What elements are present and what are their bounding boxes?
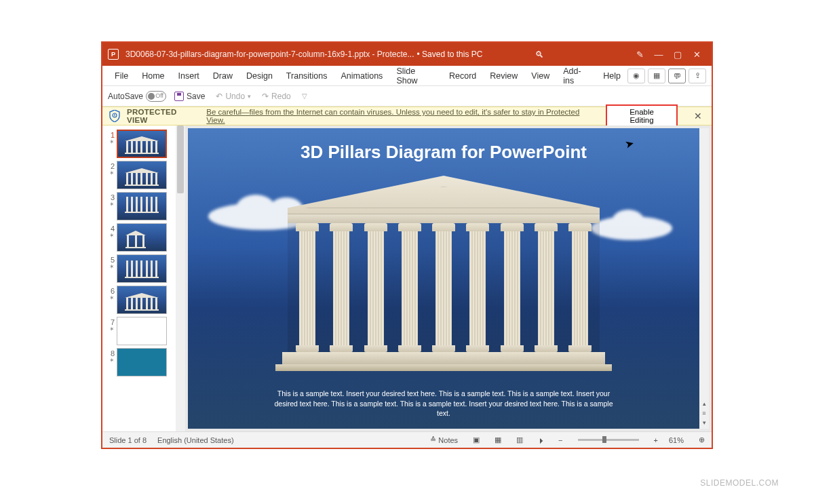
- share-icon[interactable]: ⇪: [689, 69, 706, 83]
- slide-title: 3D Pillars Diagram for PowerPoint: [188, 142, 699, 163]
- sample-text: This is a sample text. Insert your desir…: [269, 389, 618, 418]
- minimize-icon[interactable]: —: [649, 45, 668, 64]
- slide-editor: 3D Pillars Diagram for PowerPoint: [185, 125, 712, 431]
- undo-icon: ↶: [216, 92, 222, 101]
- thumbnail-3[interactable]: 3✶: [102, 191, 176, 222]
- redo-icon: ↷: [262, 92, 269, 101]
- watermark: SLIDEMODEL.COM: [700, 478, 779, 488]
- tab-file[interactable]: File: [108, 66, 135, 85]
- protected-view-message[interactable]: Be careful—files from the Internet can c…: [206, 108, 599, 124]
- cloud-graphic: [591, 216, 672, 240]
- svg-point-2: [114, 116, 115, 117]
- save-icon: [174, 92, 184, 101]
- workspace: 1✶ 2✶ 3✶ 4✶ 5✶ 6✶ 7✶ 8✶ 3D Pillars Diagr…: [102, 125, 712, 431]
- maximize-icon[interactable]: ▢: [668, 45, 687, 64]
- normal-view-icon[interactable]: ▣: [471, 435, 482, 444]
- pen-icon[interactable]: ✎: [630, 45, 649, 64]
- thumbnail-7[interactable]: 7✶: [102, 315, 176, 347]
- redo-button[interactable]: ↷ Redo: [259, 92, 294, 101]
- prev-slide-icon[interactable]: ▴: [699, 400, 709, 407]
- shield-icon: [109, 110, 120, 122]
- tab-slideshow[interactable]: Slide Show: [389, 66, 442, 85]
- fit-window-icon[interactable]: ⊕: [699, 435, 705, 444]
- quick-access-toolbar: AutoSave Off Save ↶ Undo ▾ ↷ Redo ▽: [102, 86, 712, 106]
- reading-view-icon[interactable]: ▥: [514, 435, 525, 444]
- tab-review[interactable]: Review: [483, 66, 524, 85]
- tab-animations[interactable]: Animations: [334, 66, 390, 85]
- thumbnail-8[interactable]: 8✶: [102, 347, 176, 378]
- tab-draw[interactable]: Draw: [206, 66, 239, 85]
- save-button[interactable]: Save: [172, 92, 208, 101]
- file-name: 3D0068-07-3d-pillars-diagram-for-powerpo…: [125, 50, 414, 59]
- close-icon[interactable]: ✕: [687, 45, 706, 64]
- zoom-slider[interactable]: [578, 439, 639, 441]
- thumbnail-2[interactable]: 2✶: [102, 159, 176, 191]
- save-status: • Saved to this PC: [417, 50, 483, 59]
- nav-icon[interactable]: ≡: [699, 410, 709, 416]
- thumbnail-1[interactable]: 1✶: [102, 128, 176, 159]
- tab-view[interactable]: View: [524, 66, 556, 85]
- close-bar-icon[interactable]: ✕: [691, 111, 705, 121]
- notes-icon: ≙: [430, 435, 436, 444]
- comments-icon[interactable]: 💬︎: [668, 69, 686, 83]
- teams-icon[interactable]: ▦: [648, 69, 665, 83]
- notes-button[interactable]: ≙Notes: [428, 435, 460, 444]
- language-status[interactable]: English (United States): [157, 436, 234, 444]
- tab-home[interactable]: Home: [135, 66, 171, 85]
- tab-help[interactable]: Help: [596, 66, 627, 85]
- thumbnail-scrollbar[interactable]: [176, 125, 185, 431]
- protected-view-label: PROTECTED VIEW: [127, 108, 199, 124]
- tab-addins[interactable]: Add-ins: [556, 66, 596, 85]
- slideshow-view-icon[interactable]: ⏵: [536, 436, 547, 444]
- undo-button[interactable]: ↶ Undo ▾: [213, 92, 254, 101]
- thumbnail-panel: 1✶ 2✶ 3✶ 4✶ 5✶ 6✶ 7✶ 8✶: [102, 125, 176, 431]
- thumbnail-6[interactable]: 6✶: [102, 284, 176, 315]
- autosave-label: AutoSave: [108, 92, 143, 101]
- slide-counter[interactable]: Slide 1 of 8: [109, 436, 147, 444]
- thumbnail-4[interactable]: 4✶: [102, 222, 176, 253]
- tab-design[interactable]: Design: [239, 66, 279, 85]
- chevron-down-icon: ▾: [248, 93, 251, 100]
- next-slide-icon[interactable]: ▾: [699, 419, 709, 426]
- autosave-toggle[interactable]: AutoSave Off: [108, 91, 166, 102]
- title-bar: P 3D0068-07-3d-pillars-diagram-for-power…: [102, 43, 712, 66]
- enable-editing-button[interactable]: Enable Editing: [606, 104, 678, 128]
- powerpoint-icon: P: [108, 49, 119, 60]
- search-icon[interactable]: 🔍︎: [530, 45, 549, 64]
- camera-icon[interactable]: ◉: [627, 69, 645, 83]
- slide-scrollbar[interactable]: ▴ ≡ ▾: [699, 128, 709, 429]
- status-bar: Slide 1 of 8 English (United States) ≙No…: [102, 431, 712, 448]
- zoom-level[interactable]: 61%: [669, 436, 684, 444]
- zoom-out-icon[interactable]: −: [558, 436, 562, 444]
- sorter-view-icon[interactable]: ▦: [492, 435, 503, 444]
- ribbon-tabs: File Home Insert Draw Design Transitions…: [102, 66, 712, 86]
- overflow-icon[interactable]: ▽: [299, 92, 310, 100]
- temple-graphic: [288, 176, 600, 371]
- tab-transitions[interactable]: Transitions: [279, 66, 334, 85]
- zoom-in-icon[interactable]: +: [654, 436, 658, 444]
- slide-canvas[interactable]: 3D Pillars Diagram for PowerPoint: [188, 128, 699, 429]
- protected-view-bar: PROTECTED VIEW Be careful—files from the…: [102, 106, 712, 125]
- app-window: P 3D0068-07-3d-pillars-diagram-for-power…: [101, 41, 713, 449]
- tab-record[interactable]: Record: [442, 66, 483, 85]
- thumbnail-5[interactable]: 5✶: [102, 253, 176, 284]
- tab-insert[interactable]: Insert: [172, 66, 206, 85]
